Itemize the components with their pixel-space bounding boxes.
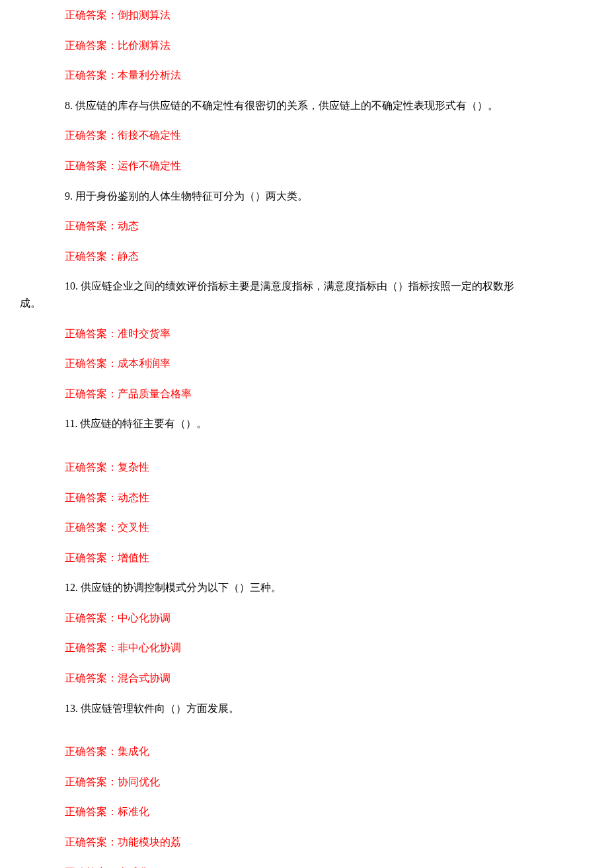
answer-text: 正确答案：非中心化协调 [65, 639, 588, 656]
answer-text: 正确答案：标准化 [65, 803, 588, 820]
answer-text: 正确答案：运作不确定性 [65, 157, 588, 175]
answer-text: 正确答案：成本利润率 [65, 355, 588, 372]
answer-text: 正确答案：中心化协调 [65, 610, 588, 627]
answer-text: 正确答案：动态性 [65, 489, 588, 506]
answer-text: 正确答案：本量利分析法 [65, 67, 588, 84]
answer-text: 正确答案：交叉性 [65, 519, 588, 536]
answer-text: 正确答案：动态 [65, 217, 588, 235]
question-10-line1: 10. 供应链企业之间的绩效评价指标主要是满意度指标，满意度指标由（）指标按照一… [65, 278, 588, 295]
answer-text: 正确答案：集成化 [65, 743, 588, 760]
answer-text: 正确答案：比价测算法 [65, 37, 588, 54]
question-11: 11. 供应链的特征主要有（）。 [65, 415, 588, 432]
question-12: 12. 供应链的协调控制模式分为以下（）三种。 [65, 579, 588, 596]
answer-text: 正确答案：倒扣测算法 [65, 7, 588, 24]
question-9: 9. 用于身份鉴别的人体生物特征可分为（）两大类。 [65, 188, 588, 205]
question-13: 13. 供应链管理软件向（）方面发展。 [65, 700, 588, 717]
answer-text: 正确答案：静态 [65, 248, 588, 265]
answer-text: 正确答案：全球化 [65, 864, 588, 868]
answer-text: 正确答案：衔接不确定性 [65, 127, 588, 144]
answer-text: 正确答案：复杂性 [65, 459, 588, 476]
answer-text: 正确答案：混合式协调 [65, 670, 588, 687]
answer-text: 正确答案：产品质量合格率 [65, 385, 588, 403]
question-10-line2: 成。 [20, 295, 588, 312]
question-10: 10. 供应链企业之间的绩效评价指标主要是满意度指标，满意度指标由（）指标按照一… [20, 278, 588, 311]
answer-text: 正确答案：准时交货率 [65, 325, 588, 342]
answer-text: 正确答案：增值性 [65, 549, 588, 567]
question-8: 8. 供应链的库存与供应链的不确定性有很密切的关系，供应链上的不确定性表现形式有… [65, 97, 588, 114]
answer-text: 正确答案：功能模块的荔 [65, 834, 588, 851]
answer-text: 正确答案：协同优化 [65, 773, 588, 791]
